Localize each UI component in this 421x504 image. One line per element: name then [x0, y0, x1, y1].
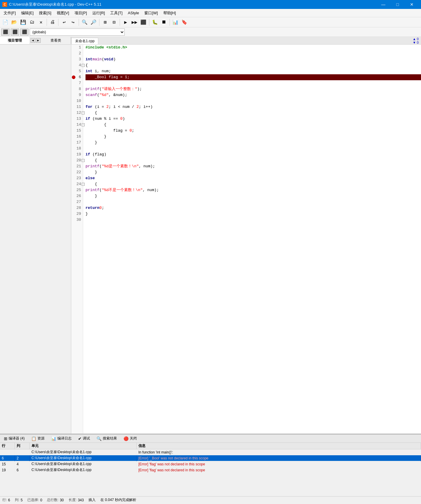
separator7	[170, 19, 170, 26]
new-button[interactable]: 📄	[1, 18, 10, 26]
line-num-28: 28	[71, 205, 83, 211]
compile-button[interactable]: ▶	[121, 18, 130, 26]
menu-project[interactable]: 项目[P]	[72, 10, 89, 16]
fold-marker[interactable]: −	[82, 111, 85, 114]
menu-file[interactable]: 文件[F]	[1, 10, 18, 16]
menu-tools[interactable]: 工具[T]	[108, 10, 125, 16]
menu-search[interactable]: 搜索[S]	[37, 10, 54, 16]
code-line-20[interactable]: {	[86, 158, 421, 163]
print-button[interactable]: 🖨	[48, 18, 57, 26]
error-info-row: C:\Users\余至泰\Desktop\未命名1.cpp In functio…	[0, 449, 421, 455]
code-line-2[interactable]	[86, 51, 421, 56]
fold-marker[interactable]: −	[82, 64, 85, 67]
code-line-6[interactable]: _Bool flag = 1;	[86, 74, 421, 80]
error-rows: 62C:\Users\余至泰\Desktop\未命名1.cpp[Error] '…	[0, 455, 421, 473]
line-num-21: 21	[71, 163, 83, 169]
code-content[interactable]: #include <stdio.h>int main(void){ int i,…	[83, 45, 421, 434]
maximize-button[interactable]: □	[391, 0, 404, 9]
save-all-button[interactable]: 🗂	[28, 18, 36, 26]
code-line-5[interactable]: int i, num;	[86, 68, 421, 74]
close-file-button[interactable]: ✕	[37, 18, 45, 26]
menu-bar: 文件[F] 编辑[E] 搜索[S] 视图[V] 项目[P] 运行[R] 工具[T…	[0, 9, 421, 17]
compile-run-button[interactable]: ⬛	[139, 18, 148, 26]
close-button[interactable]: ✕	[405, 0, 419, 9]
sidebar-nav-right[interactable]: ▶	[36, 38, 41, 43]
sidebar-tab-project[interactable]: 项目管理	[0, 37, 30, 44]
code-line-8[interactable]: printf("请输入一个整数：");	[86, 86, 421, 92]
btab-close[interactable]: 🔴 关闭	[121, 435, 140, 442]
menu-edit[interactable]: 编辑[E]	[19, 10, 36, 16]
indent-button[interactable]: ⊞	[101, 18, 109, 26]
unindent-button[interactable]: ⊟	[110, 18, 118, 26]
code-line-13[interactable]: if (num % i == 0)	[86, 116, 421, 122]
code-line-21[interactable]: printf("%d是一个素数！\n", num);	[86, 163, 421, 169]
code-line-10[interactable]	[86, 98, 421, 104]
code-line-18[interactable]	[86, 146, 421, 152]
btab-compiler[interactable]: ⊞ 编译器 (4)	[1, 435, 27, 442]
save-button[interactable]: 💾	[19, 18, 27, 26]
code-line-29[interactable]: }	[86, 211, 421, 217]
scope-nav-button[interactable]: ⬛	[20, 29, 29, 36]
menu-help[interactable]: 帮助[H]	[161, 10, 178, 16]
run-button[interactable]: ▶▶	[130, 18, 139, 26]
stop-button[interactable]: ⏹	[160, 18, 168, 26]
separator1	[47, 19, 47, 26]
btab-debug[interactable]: ✔ 调试	[75, 435, 93, 442]
scope-dropdown[interactable]: (globals)	[30, 29, 125, 36]
line-num-10: 10	[71, 98, 83, 104]
sidebar-tab-class[interactable]: 查看类	[41, 37, 71, 44]
minimize-button[interactable]: —	[376, 0, 390, 9]
profile-button[interactable]: 📊	[171, 18, 180, 26]
debug-button[interactable]: 🐛	[151, 18, 159, 26]
code-line-17[interactable]: }	[86, 140, 421, 146]
error-table-row[interactable]: 196C:\Users\余至泰\Desktop\未命名1.cpp[Error] …	[0, 467, 421, 473]
code-line-16[interactable]: }	[86, 134, 421, 140]
code-line-3[interactable]: int main(void)	[86, 56, 421, 62]
sidebar-nav-left[interactable]: ◀	[31, 38, 35, 43]
btab-resources[interactable]: 📋 资源	[29, 435, 47, 442]
code-line-1[interactable]: #include <stdio.h>	[86, 45, 421, 51]
code-line-30[interactable]	[86, 217, 421, 223]
file-tab[interactable]: 未命名1.cpp	[71, 38, 98, 44]
code-line-19[interactable]: if (flag)	[86, 152, 421, 158]
code-line-27[interactable]	[86, 199, 421, 205]
editor-area[interactable]: 1234−56789101112−1314−151617181920−21222…	[71, 45, 421, 434]
sidebar	[0, 45, 71, 434]
code-line-4[interactable]: {	[86, 62, 421, 68]
fold-marker[interactable]: −	[82, 159, 85, 162]
code-line-15[interactable]: flag = 0;	[86, 128, 421, 134]
code-line-26[interactable]: }	[86, 193, 421, 199]
menu-run[interactable]: 运行[R]	[90, 10, 107, 16]
menu-astyle[interactable]: AStyle	[126, 10, 142, 16]
replace-button[interactable]: 🔎	[89, 18, 98, 26]
redo-button[interactable]: ↪	[69, 18, 77, 26]
code-line-25[interactable]: printf("%d不是一个素数！\n", num);	[86, 187, 421, 193]
scroll-up-indicator: ▲ 0	[413, 37, 419, 41]
code-line-23[interactable]: else	[86, 175, 421, 181]
bookmark-button[interactable]: 🔖	[180, 18, 189, 26]
code-line-12[interactable]: {	[86, 110, 421, 116]
code-line-24[interactable]: {	[86, 181, 421, 187]
fold-marker[interactable]: −	[82, 183, 85, 186]
error-table-row[interactable]: 154C:\Users\余至泰\Desktop\未命名1.cpp[Error] …	[0, 461, 421, 467]
line-num-19: 19	[71, 152, 83, 158]
code-line-11[interactable]: for (i = 2; i < num / 2; i++)	[86, 104, 421, 110]
scope-add-button[interactable]: ⬛	[11, 29, 19, 36]
scope-back-button[interactable]: ⬛	[1, 29, 10, 36]
open-button[interactable]: 📂	[10, 18, 18, 26]
undo-button[interactable]: ↩	[60, 18, 68, 26]
code-line-22[interactable]: }	[86, 169, 421, 175]
btab-compile-log[interactable]: 📊 编译日志	[48, 435, 74, 442]
find-button[interactable]: 🔍	[80, 18, 89, 26]
error-table-row[interactable]: 62C:\Users\余至泰\Desktop\未命名1.cpp[Error] '…	[0, 455, 421, 461]
menu-window[interactable]: 窗口[W]	[142, 10, 160, 16]
btab-search[interactable]: 🔍 搜索结果	[94, 435, 120, 442]
code-line-28[interactable]: return 0;	[86, 205, 421, 211]
toolbar2: ⬛ ⬛ ⬛ (globals)	[0, 27, 421, 37]
status-sel: 已选择: 0	[27, 497, 42, 503]
menu-view[interactable]: 视图[V]	[54, 10, 72, 16]
code-line-14[interactable]: {	[86, 122, 421, 128]
code-line-9[interactable]: scanf("%d", &num);	[86, 92, 421, 98]
code-line-7[interactable]	[86, 80, 421, 86]
fold-marker[interactable]: −	[82, 123, 85, 126]
